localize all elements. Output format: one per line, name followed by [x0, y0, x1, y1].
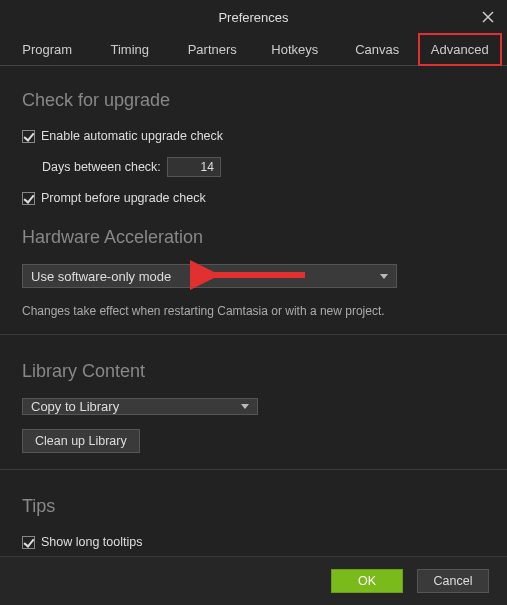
days-between-input[interactable] [167, 157, 221, 177]
enable-upgrade-checkbox[interactable] [22, 130, 35, 143]
ok-button[interactable]: OK [331, 569, 403, 593]
library-selected: Copy to Library [31, 399, 119, 414]
hwaccel-hint: Changes take effect when restarting Camt… [22, 304, 485, 318]
chevron-down-icon [380, 274, 388, 279]
close-button[interactable] [477, 6, 499, 28]
dialog-title: Preferences [218, 10, 288, 25]
tab-program[interactable]: Program [6, 34, 89, 65]
library-select[interactable]: Copy to Library [22, 398, 258, 415]
tab-label: Canvas [355, 42, 399, 57]
button-label: Clean up Library [35, 434, 127, 448]
tab-partners[interactable]: Partners [171, 34, 254, 65]
long-tooltips-checkbox[interactable] [22, 536, 35, 549]
prompt-before-label: Prompt before upgrade check [41, 191, 206, 205]
chevron-down-icon [241, 404, 249, 409]
button-label: OK [358, 574, 376, 588]
cleanup-library-button[interactable]: Clean up Library [22, 429, 140, 453]
tab-label: Timing [110, 42, 149, 57]
preferences-dialog: Preferences Program Timing Partners Hotk… [0, 0, 507, 605]
hwaccel-select[interactable]: Use software-only mode [22, 264, 397, 288]
section-title-hwaccel: Hardware Acceleration [22, 227, 485, 248]
prompt-before-checkbox[interactable] [22, 192, 35, 205]
titlebar: Preferences [0, 0, 507, 34]
tab-label: Advanced [431, 42, 489, 57]
long-tooltips-label: Show long tooltips [41, 535, 142, 549]
tab-canvas[interactable]: Canvas [336, 34, 419, 65]
tab-label: Program [22, 42, 72, 57]
section-title-tips: Tips [22, 496, 485, 517]
footer: OK Cancel [0, 556, 507, 605]
divider [0, 469, 507, 470]
close-icon [482, 11, 494, 23]
tab-advanced[interactable]: Advanced [419, 34, 502, 65]
button-label: Cancel [434, 574, 473, 588]
enable-upgrade-label: Enable automatic upgrade check [41, 129, 223, 143]
divider [0, 334, 507, 335]
cancel-button[interactable]: Cancel [417, 569, 489, 593]
tab-bar: Program Timing Partners Hotkeys Canvas A… [0, 34, 507, 66]
section-title-upgrade: Check for upgrade [22, 90, 485, 111]
tab-timing[interactable]: Timing [89, 34, 172, 65]
tab-label: Partners [188, 42, 237, 57]
content-area: Check for upgrade Enable automatic upgra… [0, 66, 507, 556]
tab-label: Hotkeys [271, 42, 318, 57]
section-title-library: Library Content [22, 361, 485, 382]
days-between-label: Days between check: [42, 160, 161, 174]
hwaccel-selected: Use software-only mode [31, 269, 171, 284]
tab-hotkeys[interactable]: Hotkeys [254, 34, 337, 65]
